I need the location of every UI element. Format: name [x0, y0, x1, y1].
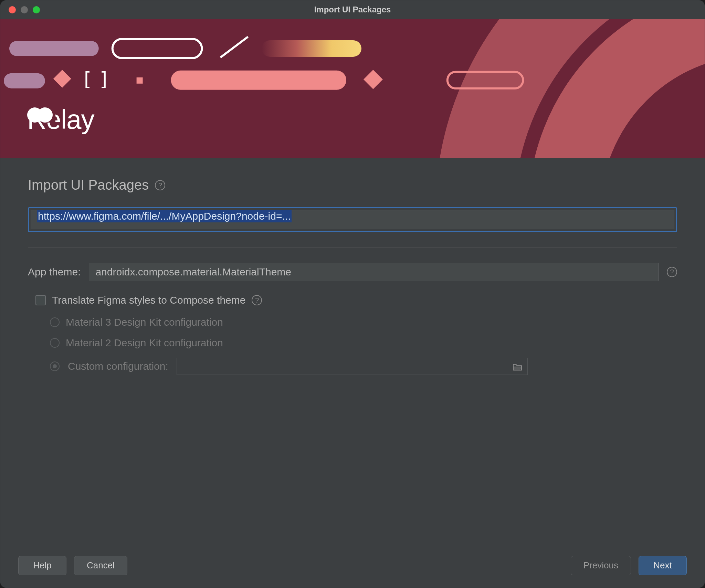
svg-point-18 [38, 107, 53, 123]
svg-text:[: [ [81, 68, 93, 90]
svg-rect-6 [262, 40, 361, 57]
translate-styles-label: Translate Figma styles to Compose theme [52, 294, 245, 306]
next-button[interactable]: Next [639, 556, 687, 575]
window-title: Import UI Packages [0, 5, 705, 14]
cancel-button[interactable]: Cancel [74, 556, 127, 575]
minimize-window-button[interactable] [21, 6, 28, 13]
translate-styles-checkbox[interactable] [35, 295, 46, 305]
folder-open-icon[interactable] [512, 362, 523, 370]
svg-rect-12 [171, 71, 346, 90]
app-theme-label: App theme: [28, 266, 81, 278]
previous-button[interactable]: Previous [571, 556, 631, 575]
radio-material3[interactable] [50, 317, 60, 327]
radio-custom[interactable] [50, 361, 60, 371]
svg-rect-11 [137, 77, 143, 84]
radio-custom-label: Custom configuration: [68, 360, 168, 372]
window-controls [9, 6, 40, 13]
page-heading: Import UI Packages [28, 177, 149, 193]
svg-rect-3 [9, 41, 99, 56]
svg-text:]: ] [98, 68, 110, 90]
close-window-button[interactable] [9, 6, 16, 13]
app-theme-input[interactable] [89, 263, 659, 281]
figma-url-field-wrap: https://www.figma.com/file/.../MyAppDesi… [28, 207, 677, 232]
app-theme-help-icon[interactable]: ? [667, 267, 677, 277]
titlebar: Import UI Packages [0, 0, 705, 19]
heading-help-icon[interactable]: ? [155, 180, 165, 190]
figma-url-input[interactable]: https://www.figma.com/file/.../MyAppDesi… [31, 210, 674, 229]
content-area: Import UI Packages ? https://www.figma.c… [0, 158, 705, 543]
zoom-window-button[interactable] [33, 6, 40, 13]
config-radio-group: Material 3 Design Kit configuration Mate… [50, 316, 677, 375]
relay-logo: Relay [27, 104, 94, 135]
radio-material3-label: Material 3 Design Kit configuration [66, 316, 223, 328]
help-button[interactable]: Help [18, 556, 66, 575]
figma-url-value: https://www.figma.com/file/.../MyAppDesi… [37, 210, 292, 222]
radio-material2[interactable] [50, 338, 60, 348]
custom-config-path-input[interactable] [177, 358, 528, 375]
svg-rect-7 [4, 73, 45, 88]
divider [28, 247, 677, 248]
dialog-window: Import UI Packages [0, 0, 705, 588]
banner: [ ] Relay [0, 19, 705, 158]
radio-material2-label: Material 2 Design Kit configuration [66, 337, 223, 349]
translate-styles-help-icon[interactable]: ? [252, 295, 262, 305]
dialog-footer: Help Cancel Previous Next [0, 543, 705, 588]
